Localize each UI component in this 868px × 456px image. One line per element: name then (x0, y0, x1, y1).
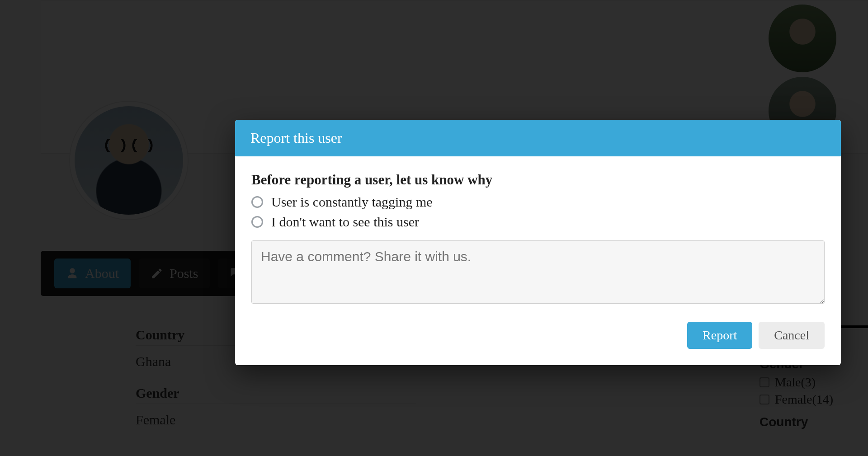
reason-option-hide-user[interactable]: I don't want to see this user (251, 214, 825, 230)
modal-title: Report this user (235, 120, 841, 156)
report-user-modal: Report this user Before reporting a user… (235, 120, 841, 365)
reason-label: User is constantly tagging me (271, 194, 433, 210)
radio-icon (251, 216, 263, 228)
report-button[interactable]: Report (687, 322, 752, 349)
report-comment-input[interactable] (251, 240, 825, 304)
radio-icon (251, 196, 263, 208)
cancel-button[interactable]: Cancel (759, 322, 825, 349)
modal-prompt: Before reporting a user, let us know why (251, 172, 825, 188)
modal-body: Before reporting a user, let us know why… (235, 156, 841, 310)
modal-footer: Report Cancel (235, 310, 841, 365)
reason-label: I don't want to see this user (271, 214, 419, 230)
reason-option-tagging[interactable]: User is constantly tagging me (251, 194, 825, 210)
